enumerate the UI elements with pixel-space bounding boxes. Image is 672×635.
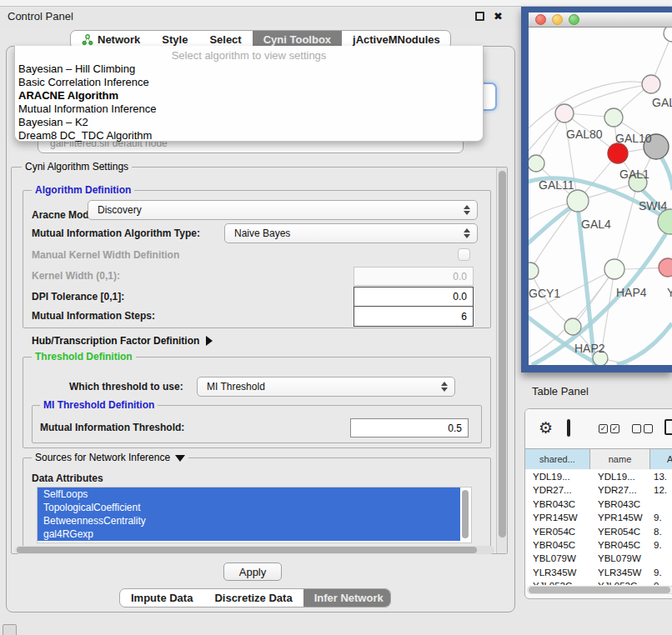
network-node[interactable] [555, 104, 574, 122]
network-node[interactable] [604, 108, 623, 127]
tab-network-label: Network [98, 33, 140, 46]
settings-vertical-scrollbar-thumb[interactable] [499, 171, 506, 538]
network-node-label: GAL11 [539, 178, 574, 192]
collapsed-panel-icon[interactable] [3, 624, 17, 635]
table-header: shared...nameA [525, 448, 672, 469]
select-all-checkbox-icon[interactable]: ✓ [610, 424, 619, 433]
table-row[interactable]: YDL19...YDL19...13. [525, 470, 672, 483]
deselect-all-checkbox-icon[interactable] [632, 424, 641, 433]
select-all-checkbox-icon[interactable]: ✓ [599, 424, 608, 433]
mi-threshold-input[interactable] [350, 418, 469, 438]
algorithm-option[interactable]: Bayesian – K2 [15, 116, 483, 129]
network-node-label: GCY1 [529, 287, 560, 300]
table-cell: YDL19... [525, 470, 590, 483]
attribute-item[interactable]: BetweennessCentrality [38, 514, 460, 528]
algorithm-select-popup: Select algorithm to view settings Bayesi… [14, 46, 484, 142]
collapse-arrow-icon [175, 455, 185, 462]
mi-type-combobox[interactable]: Naive Bayes [224, 223, 478, 243]
network-node[interactable] [664, 28, 672, 42]
table-cell: YBR043C [590, 498, 650, 511]
network-node[interactable] [642, 75, 660, 93]
dpi-tolerance-input[interactable] [354, 287, 474, 307]
table-cell: 9. [650, 538, 672, 552]
network-window-titlebar[interactable] [529, 12, 672, 28]
float-window-icon[interactable] [475, 12, 484, 21]
tab-impute-data[interactable]: Impute Data [120, 589, 203, 607]
close-traffic-light[interactable] [535, 14, 546, 25]
aracne-mode-combobox[interactable]: Discovery [88, 200, 478, 220]
algorithm-option[interactable]: Basic Correlation Inference [15, 76, 483, 89]
tab-infer-network[interactable]: Infer Network [303, 589, 391, 607]
network-node-label: GAL4 [581, 218, 611, 231]
deselect-all-checkbox-icon[interactable] [644, 424, 653, 433]
network-node[interactable] [529, 262, 539, 279]
mi-type-value: Naive Bayes [234, 228, 290, 239]
network-node-label: HAP4 [616, 286, 647, 299]
network-node[interactable] [529, 155, 544, 172]
control-panel-title: Control Panel [0, 7, 517, 27]
table-cell [650, 498, 672, 511]
network-node[interactable] [567, 190, 589, 212]
which-threshold-value: MI Threshold [207, 381, 265, 392]
settings-vertical-scrollbar[interactable] [496, 168, 507, 553]
minimize-traffic-light[interactable] [552, 14, 563, 25]
hub-definition-expander[interactable]: Hub/Transcription Factor Definition [32, 333, 213, 348]
network-node-label: HAP2 [574, 342, 605, 355]
settings-horizontal-scrollbar[interactable] [15, 546, 494, 554]
table-horizontal-scrollbar[interactable] [527, 586, 672, 594]
gear-icon[interactable]: ⚙ [539, 418, 553, 437]
table-cell: YPR145W [525, 511, 590, 524]
combo-arrows-icon [464, 201, 470, 219]
document-icon[interactable] [664, 419, 672, 435]
network-node[interactable] [608, 143, 628, 163]
table-row[interactable]: YER054CYER054C8. [525, 525, 672, 538]
algorithm-option[interactable]: Bayesian – Hill Climbing [15, 62, 483, 76]
split-columns-icon[interactable] [567, 419, 570, 437]
data-attributes-list[interactable]: SelfLoopsTopologicalCoefficientBetweenne… [37, 487, 472, 543]
network-node[interactable] [604, 259, 624, 279]
table-row[interactable]: YJL052CYJL052C0. [525, 579, 672, 585]
table-cell [650, 552, 672, 565]
table-cell: YBR045C [525, 538, 590, 552]
attribute-item[interactable]: gal4RGexp [38, 528, 460, 541]
settings-horizontal-scrollbar-thumb[interactable] [17, 547, 477, 553]
table-row[interactable]: YDR27...YDR27...12. [525, 483, 672, 497]
algorithm-option[interactable]: Dream8 DC_TDC Algorithm [15, 129, 483, 142]
tab-style-label: Style [162, 33, 188, 46]
which-threshold-combobox[interactable]: MI Threshold [197, 377, 455, 397]
apply-button[interactable]: Apply [223, 562, 282, 581]
table-row[interactable]: YPR145WYPR145W9. [525, 511, 672, 524]
tab-impute-data-label: Impute Data [131, 592, 193, 604]
algorithm-option[interactable]: Mutual Information Inference [15, 102, 483, 116]
table-cell: 8. [650, 525, 672, 538]
table-row[interactable]: YBR043CYBR043C [525, 498, 672, 511]
aracne-mode-value: Discovery [98, 204, 142, 216]
network-node-label: GAL1 [619, 168, 649, 181]
threshold-definition-legend: Threshold Definition [32, 352, 136, 362]
attributes-scrollbar-thumb[interactable] [462, 490, 469, 538]
attribute-item[interactable]: TopologicalCoefficient [38, 501, 460, 514]
column-header[interactable]: shared... [525, 449, 590, 469]
zoom-traffic-light[interactable] [569, 14, 579, 25]
network-window: GALGAL80GAL10GAL1GAL11SWI4GAL4GCY1HAP4YH… [521, 7, 672, 372]
close-icon[interactable]: ✖ [494, 11, 503, 22]
table-row[interactable]: YBR045CYBR045C9. [525, 538, 672, 552]
tab-infer-network-label: Infer Network [314, 592, 384, 604]
network-node[interactable] [659, 258, 672, 277]
sources-legend[interactable]: Sources for Network Inference [32, 452, 188, 463]
algorithm-definition-legend: Algorithm Definition [32, 185, 134, 196]
mi-steps-input[interactable] [354, 306, 474, 327]
table-row[interactable]: YBL079WYBL079W [525, 552, 672, 565]
attribute-item[interactable]: SelfLoops [38, 488, 460, 501]
column-header[interactable]: name [590, 449, 650, 469]
network-canvas[interactable]: GALGAL80GAL10GAL1GAL11SWI4GAL4GCY1HAP4YH… [529, 28, 672, 365]
table-horizontal-scrollbar-thumb[interactable] [529, 587, 670, 593]
column-header[interactable]: A [650, 449, 672, 469]
algorithm-option[interactable]: ARACNE Algorithm [15, 89, 483, 102]
table-cell: YER054C [525, 525, 590, 538]
table-row[interactable]: YLR345WYLR345W9. [525, 566, 672, 579]
table-cell: YBR045C [590, 538, 650, 552]
network-node[interactable] [564, 318, 581, 335]
tab-discretize-data[interactable]: Discretize Data [203, 589, 303, 607]
sources-legend-label: Sources for Network Inference [35, 452, 170, 463]
